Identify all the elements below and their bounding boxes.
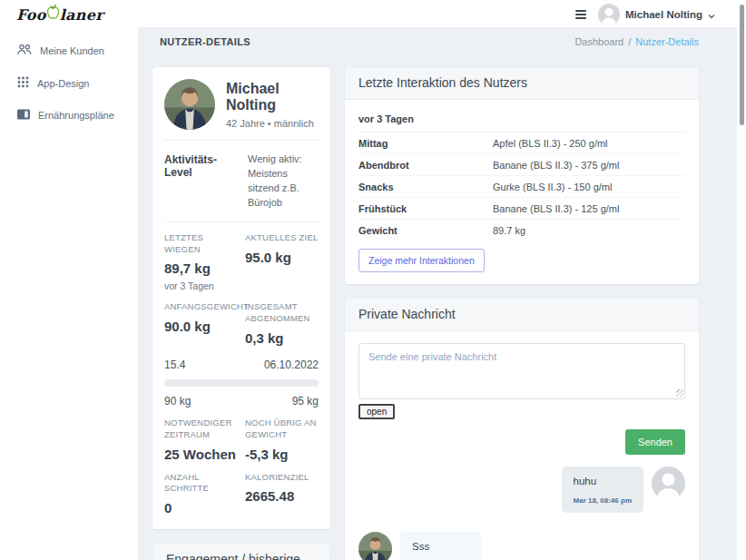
engagement-card: Engagement / bisherige Aktivität Letzter… [152,544,330,560]
stat-aktuelles-ziel: AKTUELLES ZIEL 95.0 kg [245,232,319,292]
grid-icon [17,76,29,90]
navbar-right: Michael Nolting [574,4,715,25]
foodplaner-logo[interactable]: Foo laner [16,3,103,27]
progress-max-label: 95 kg [292,395,319,408]
sidebar-item-label: Ernährungspläne [38,110,114,121]
stat-noch-uebrig-an-gewicht: NOCH ÜBRIG AN GEWICHT -5,3 kg [245,418,319,462]
stat-letztes-wiegen: LETZTES WIEGEN 89,7 kg vor 3 Tagen [164,232,238,292]
stat-row: LETZTES WIEGEN 89,7 kg vor 3 Tagen AKTUE… [164,222,319,292]
stat-insgesamt-abgenommen: INSGESAMT ABGENOMMEN 0,3 kg [245,301,319,346]
breadcrumb-dashboard-link[interactable]: Dashboard [574,36,623,47]
progress-start-label: 15.4 [164,359,185,371]
stat-notwendiger-zeitraum: NOTWENDIGER ZEITRAUM 25 Wochen [164,418,238,462]
client-photo-avatar [358,532,392,560]
activity-level-label: Aktivitäts-Level [164,152,239,211]
interaction-row: Snacks Gurke (BLS II.3) - 150 g/ml [358,176,685,198]
interactions-card-title: Letzte Interaktion des Nutzers [345,67,699,100]
show-more-interactions-button[interactable]: Zeige mehr Interaktionen [358,249,485,272]
profile-header: Michael Nolting 42 Jahre • männlich [164,67,319,141]
progress-bar [164,379,319,387]
sidebar-item-app-design[interactable]: App-Design [0,67,138,99]
top-navbar: Foo laner Michael [0,0,746,27]
sidebar: Meine Kunden App-Design Ernährungspläne [0,27,138,560]
activity-level-row: Aktivitäts-Level Wenig aktiv: Meistens s… [164,141,319,222]
weight-progress: 15.4 06.10.2022 90 kg 95 kg [164,346,319,408]
chat-bubble: huhu Mar 18, 08:46 pm [562,467,643,513]
apple-icon [45,3,61,25]
page-title: NUTZER-DETAILS [160,36,250,47]
profile-name: Michael Nolting [226,81,319,113]
send-button[interactable]: Senden [625,429,685,455]
app-window: Foo laner Michael [0,0,746,560]
breadcrumb-separator: / [628,36,631,47]
breadcrumb-current[interactable]: Nutzer-Details [635,36,699,47]
coach-avatar-placeholder [652,467,685,500]
chat-timestamp: Mar 18, 08:46 pm [574,496,632,505]
logo-text-suffix: laner [60,6,103,24]
sidebar-item-label: Meine Kunden [40,45,104,56]
chat-message-outgoing: huhu Mar 18, 08:46 pm [358,467,685,513]
profile-card: Michael Nolting 42 Jahre • männlich Akti… [152,67,330,529]
interactions-card: Letzte Interaktion des Nutzers vor 3 Tag… [345,67,699,284]
private-message-card-title: Private Nachricht [345,299,699,331]
interaction-row: Frühstück Banane (BLS II.3) - 125 g/ml [358,198,685,220]
open-button[interactable]: open [358,404,395,419]
interaction-row: Abendbrot Banane (BLS II.3) - 375 g/ml [358,154,685,176]
page-title-row: NUTZER-DETAILS Dashboard / Nutzer-Detail… [138,27,737,56]
scrollbar-thumb[interactable] [740,5,744,125]
sidebar-item-ernaehrungsplaene[interactable]: Ernährungspläne [0,100,138,131]
engagement-card-title: Engagement / bisherige Aktivität [152,544,330,560]
chat-text: Sss [412,541,470,552]
private-message-card: Private Nachricht open Senden [345,299,699,560]
user-avatar-placeholder [598,4,620,25]
private-message-input[interactable] [358,343,685,399]
user-name: Michael Nolting [625,9,702,20]
layout-icon [17,109,30,122]
hamburger-menu-icon[interactable] [574,7,588,22]
sidebar-item-meine-kunden[interactable]: Meine Kunden [0,34,138,66]
profile-meta: 42 Jahre • männlich [226,118,319,129]
breadcrumb: Dashboard / Nutzer-Details [574,36,699,47]
chat-text: huhu [574,476,632,486]
interactions-group-label: vor 3 Tagen [358,109,685,133]
stat-row: ANFANGSGEWICHT 90.0 kg INSGESAMT ABGENOM… [164,291,319,346]
chevron-down-icon [708,6,715,23]
stat-anzahl-schritte: ANZAHL SCHRITTE 0 [164,472,238,516]
sidebar-item-label: App-Design [37,78,89,89]
activity-level-value: Wenig aktiv: Meistens sitzend z.B. Büroj… [248,152,319,211]
user-menu[interactable]: Michael Nolting [598,4,715,25]
profile-photo-avatar [164,79,215,130]
chat-messages: huhu Mar 18, 08:46 pm [358,467,685,560]
stat-kalorienziel: KALORIENZIEL 2665.48 [245,472,319,516]
main-content: NUTZER-DETAILS Dashboard / Nutzer-Detail… [138,27,737,560]
chat-bubble: Sss Mar 17, 06:37 pm [400,532,482,560]
chat-message-incoming: Sss Mar 17, 06:37 pm [358,532,685,560]
logo-text-prefix: Foo [16,6,46,24]
users-icon [17,44,32,57]
progress-end-label: 06.10.2022 [264,359,319,371]
interaction-row: Mittag Apfel (BLS II.3) - 250 g/ml [358,133,685,154]
progress-min-label: 90 kg [164,395,191,408]
stat-anfangsgewicht: ANFANGSGEWICHT 90.0 kg [164,301,238,346]
interaction-row: Gewicht 89.7 kg [358,220,685,241]
stat-row: NOTWENDIGER ZEITRAUM 25 Wochen NOCH ÜBRI… [164,408,319,462]
stat-row: ANZAHL SCHRITTE 0 KALORIENZIEL 2665.48 [164,462,319,530]
